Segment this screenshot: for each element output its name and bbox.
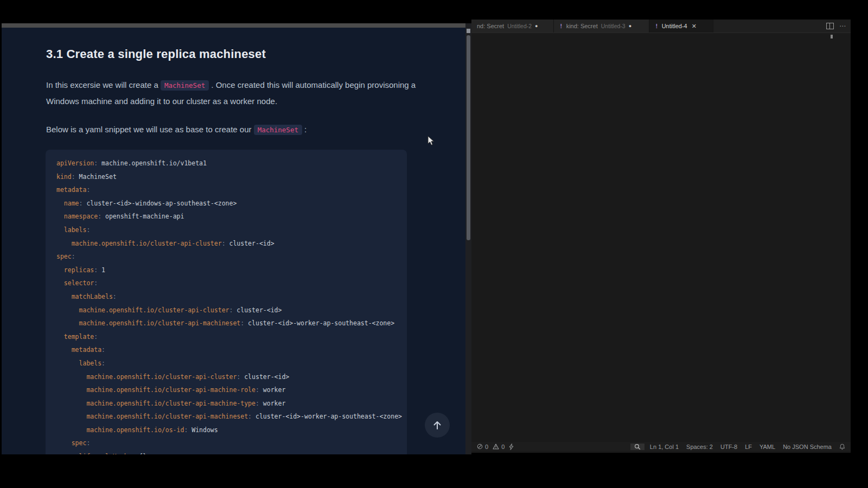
code-line: lifecycleHooks: {} bbox=[56, 450, 407, 454]
status-language-mode[interactable]: YAML bbox=[757, 444, 777, 450]
paragraph-text: Below is a yaml snippet we will use as b… bbox=[46, 125, 254, 134]
tab-untitled-2[interactable]: nd: SecretUntitled-2● bbox=[471, 20, 554, 33]
status-screencast-zoom[interactable] bbox=[630, 444, 644, 450]
code-line: machine.openshift.io/os-id: Windows bbox=[56, 423, 407, 437]
up-arrow-icon bbox=[432, 420, 442, 431]
code-line: name: cluster-<id>-windows-ap-southeast-… bbox=[56, 197, 407, 210]
modified-dot-icon[interactable]: ● bbox=[535, 23, 538, 29]
documentation-panel: 3.1 Create a single replica machineset I… bbox=[2, 23, 465, 454]
code-line: spec: bbox=[56, 436, 407, 450]
paragraph-text: : bbox=[302, 125, 307, 134]
page-title: 3.1 Create a single replica machineset bbox=[46, 47, 266, 61]
tab-untitled-3[interactable]: !kind: SecretUntitled-3● bbox=[554, 20, 649, 33]
code-line: kind: MachineSet bbox=[56, 170, 407, 184]
code-line: metadata: bbox=[56, 183, 407, 197]
more-actions-icon[interactable]: ⋯ bbox=[839, 23, 846, 29]
status-count: 0 bbox=[501, 444, 505, 450]
doc-scrollbar[interactable] bbox=[465, 23, 471, 454]
bell-icon bbox=[839, 444, 845, 450]
vscode-editor-window: nd: SecretUntitled-2●!kind: SecretUntitl… bbox=[471, 20, 851, 453]
code-line: machine.openshift.io/cluster-api-cluster… bbox=[56, 370, 407, 384]
scrollbar-thumb[interactable] bbox=[467, 35, 470, 240]
status-errors[interactable]: 0 bbox=[475, 444, 490, 450]
status-right-group: Ln 1, Col 1Spaces: 2UTF-8LFYAMLNo JSON S… bbox=[630, 444, 847, 450]
code-line: labels: bbox=[56, 357, 407, 370]
status-code-actions[interactable] bbox=[507, 444, 516, 450]
code-line: selector: bbox=[56, 277, 407, 290]
yaml-file-icon: ! bbox=[559, 23, 563, 30]
error-circle-icon bbox=[477, 444, 483, 450]
code-line: machine.openshift.io/cluster-api-machine… bbox=[56, 317, 407, 330]
status-count: 0 bbox=[485, 444, 488, 450]
tab-title: Untitled-4 bbox=[662, 23, 687, 29]
yaml-code-block: apiVersion: machine.openshift.io/v1beta1… bbox=[46, 150, 407, 454]
code-line: labels: bbox=[56, 223, 407, 237]
code-line: machine.openshift.io/cluster-api-cluster… bbox=[56, 304, 407, 317]
modified-dot-icon[interactable]: ● bbox=[629, 23, 631, 29]
code-line: metadata: bbox=[56, 343, 407, 357]
paragraph-text: In this excersie we will create a bbox=[46, 80, 161, 89]
tab-filename: Untitled-2 bbox=[507, 23, 532, 29]
intro-paragraph: In this excersie we will create a Machin… bbox=[46, 78, 422, 109]
editor-actions: ⋯ bbox=[826, 20, 846, 33]
code-line: machine.openshift.io/cluster-api-cluster… bbox=[56, 237, 407, 251]
warning-triangle-icon bbox=[493, 444, 499, 450]
code-line: apiVersion: machine.openshift.io/v1beta1 bbox=[56, 157, 407, 170]
lightning-icon bbox=[509, 444, 514, 450]
tab-filename: Untitled-3 bbox=[601, 23, 626, 29]
split-editor-icon[interactable] bbox=[826, 23, 834, 29]
code-line: replicas: 1 bbox=[56, 264, 407, 277]
status-json-schema[interactable]: No JSON Schema bbox=[781, 444, 834, 450]
close-icon[interactable]: ✕ bbox=[692, 23, 697, 30]
scrollbar-up-button[interactable] bbox=[467, 29, 470, 33]
yaml-file-icon: ! bbox=[655, 23, 659, 30]
status-encoding[interactable]: UTF-8 bbox=[718, 444, 739, 450]
code-line: template: bbox=[56, 330, 407, 344]
status-eol[interactable]: LF bbox=[743, 444, 754, 450]
status-cursor-position[interactable]: Ln 1, Col 1 bbox=[648, 444, 681, 450]
inline-code-machineset: MachineSet bbox=[161, 80, 209, 91]
code-line: machine.openshift.io/cluster-api-machine… bbox=[56, 383, 407, 397]
code-line: machine.openshift.io/cluster-api-machine… bbox=[56, 397, 407, 410]
window-top-strip bbox=[2, 23, 465, 28]
editor-scrollbar-marker bbox=[831, 35, 833, 38]
scroll-to-top-button[interactable] bbox=[425, 413, 450, 438]
inline-code-machineset: MachineSet bbox=[254, 125, 302, 135]
snippet-paragraph: Below is a yaml snippet we will use as b… bbox=[46, 122, 422, 138]
status-warnings[interactable]: 0 bbox=[490, 444, 507, 450]
code-line: matchLabels: bbox=[56, 290, 407, 304]
status-left-group: 00 bbox=[475, 444, 516, 450]
status-indentation[interactable]: Spaces: 2 bbox=[684, 444, 715, 450]
tab-untitled-4[interactable]: !Untitled-4✕ bbox=[649, 20, 713, 33]
tab-strip: nd: SecretUntitled-2●!kind: SecretUntitl… bbox=[471, 20, 851, 33]
code-line: spec: bbox=[56, 250, 407, 264]
tab-title: kind: Secret bbox=[566, 23, 598, 29]
editor-area[interactable] bbox=[471, 33, 851, 442]
status-notifications[interactable] bbox=[837, 444, 847, 450]
tab-title: nd: Secret bbox=[477, 23, 504, 29]
screen: 3.1 Create a single replica machineset I… bbox=[0, 0, 868, 488]
magnifier-icon bbox=[634, 444, 641, 450]
code-line: namespace: openshift-machine-api bbox=[56, 210, 407, 223]
code-line: machine.openshift.io/cluster-api-machine… bbox=[56, 410, 407, 423]
status-bar: 00 Ln 1, Col 1Spaces: 2UTF-8LFYAMLNo JSO… bbox=[471, 442, 851, 451]
